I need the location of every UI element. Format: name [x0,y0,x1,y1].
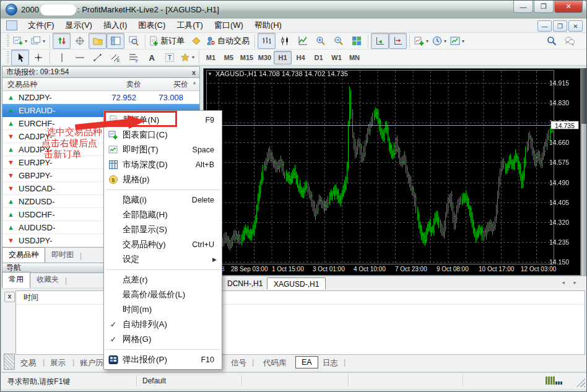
panel-button[interactable] [107,33,124,49]
timeframe-M30[interactable]: M30 [256,51,274,64]
pointer-button[interactable] [187,33,205,49]
doc-plus-button[interactable]: 新订单 [148,33,187,49]
dropdown-arrow-icon[interactable]: ▾ [462,38,464,44]
menu-窗口[interactable]: 窗口(W) [209,18,249,33]
mdi-minimize-button[interactable]: — [537,20,552,32]
shapes-button[interactable]: ▾ [178,50,196,66]
autotrade-button[interactable]: 自动交易 [205,33,252,49]
hline-button[interactable] [71,50,89,66]
market-watch-row-NZDJPY[interactable]: ▲NZDJPY-72.95273.008 [2,91,199,104]
menu-工具[interactable]: 工具(T) [171,18,209,33]
folder-star-button[interactable] [89,33,107,49]
market-watch-tab-交易品种[interactable]: 交易品种 [2,247,45,263]
close-icon[interactable]: x [192,69,196,76]
context-menu-item-市场深度[interactable]: 市场深度(D)Alt+B [104,157,222,172]
mdi-close-button[interactable]: ✕ [568,20,583,32]
chat-button[interactable] [560,33,578,49]
bars-button[interactable] [258,33,276,49]
column-ask[interactable]: 买价 [141,79,188,90]
menu-帮助[interactable]: 帮助(H) [249,18,287,33]
terminal-tab-信号[interactable]: 信号 [231,358,246,368]
cursor-button[interactable] [11,50,29,66]
context-menu-item-网格[interactable]: ✓网格(G) [104,332,222,347]
price-chart-canvas[interactable] [206,70,554,264]
close-button[interactable]: ✕ [554,1,583,13]
context-menu-item-点差[interactable]: 点差(r) [104,272,222,287]
template-button[interactable]: ▾ [448,33,466,49]
status-profile[interactable]: Default [142,377,166,385]
market-watch-tab-即时图[interactable]: 即时图 [45,248,80,263]
restore-button[interactable]: ❐ [534,1,554,13]
ind-plus-button[interactable]: ▾ [412,33,430,49]
autoscroll-button[interactable] [371,33,389,49]
timeframe-M15[interactable]: M15 [238,51,256,64]
zoom-out-button[interactable] [329,33,347,49]
target-button[interactable] [71,33,89,49]
terminal-grip-icon[interactable] [4,354,15,370]
zoom-in-button[interactable] [311,33,329,49]
search-button[interactable] [542,33,560,49]
terminal-tab-EA[interactable]: EA [295,356,318,368]
timeframe-MN[interactable]: MN [346,51,363,64]
menu-显示[interactable]: 显示(V) [60,18,98,33]
context-menu-item-规格[interactable]: $规格(p) [104,172,222,187]
tiles-button[interactable] [347,33,365,49]
tab-scroll-arrows-icon[interactable]: ◂ ▸ [562,279,580,285]
chart-scrollbar[interactable] [581,68,587,276]
textA-button[interactable]: A [142,50,160,66]
line-button[interactable] [294,33,311,49]
crosshair-button[interactable] [29,50,47,66]
context-menu-item-设定[interactable]: 设定▶ [104,252,222,267]
context-menu-item-弹出报价[interactable]: 弹出报价(P)F10 [104,352,222,367]
minimize-button[interactable]: — [513,1,533,13]
timeframe-H1[interactable]: H1 [274,51,292,64]
context-menu-item-即时图[interactable]: 即时图(T)Space [104,142,222,157]
chart-plus-button[interactable]: ▾ [11,33,29,49]
chart-window[interactable]: ▼ XAGUSD-,H1 14.708 14.738 14.702 14.735… [203,68,581,276]
timeframe-W1[interactable]: W1 [328,51,346,64]
terminal-tab-展示[interactable]: 展示 [50,358,66,368]
timeframe-M1[interactable]: M1 [202,51,220,64]
terminal-tab-代码库[interactable]: 代码库 [263,358,287,368]
context-menu-item-隐藏[interactable]: 隐藏(i)Delete [104,193,222,207]
context-menu-item-全部显示[interactable]: 全部显示(S) [104,222,222,237]
context-menu-item-自动排列[interactable]: ✓自动排列(A) [104,317,222,332]
menu-图表[interactable]: 图表(C) [133,18,171,33]
column-symbol[interactable]: 交易品种 [2,79,87,90]
menu-插入[interactable]: 插入(I) [98,18,133,33]
scrollbar-thumb[interactable] [581,68,587,124]
chevron-down-icon[interactable]: ▼ [207,71,212,77]
terminal-tab-日志[interactable]: 日志 [323,358,338,368]
timeframe-M5[interactable]: M5 [220,51,238,64]
mdi-restore-button[interactable]: ❐ [553,20,567,32]
dropdown-arrow-icon[interactable]: ▾ [426,38,428,44]
timeframe-H4[interactable]: H4 [292,51,310,64]
terminal-tab-交易[interactable]: 交易 [20,358,36,368]
menu-文件[interactable]: 文件(F) [22,18,60,33]
vline-button[interactable] [53,50,71,66]
navigator-tab-收藏夹[interactable]: 收藏夹 [30,272,65,287]
dropdown-arrow-icon[interactable]: ▾ [192,54,194,60]
context-menu-item-全部隐藏[interactable]: 全部隐藏(H) [104,207,222,222]
context-menu-item-最高价/最低价[interactable]: 最高价/最低价(L) [104,287,222,302]
trend-button[interactable] [89,50,107,66]
scroll-up-icon[interactable]: ▲ [192,80,197,85]
labelT-button[interactable]: T [160,50,178,66]
updown-button[interactable] [53,33,71,49]
timeframe-D1[interactable]: D1 [310,51,328,64]
channel-button[interactable]: E [107,50,124,66]
column-time[interactable]: 时间 [24,292,38,303]
fibo-button[interactable]: F [124,50,142,66]
loupe-window-button[interactable] [124,33,142,49]
dropdown-arrow-icon[interactable]: ▾ [43,38,45,44]
column-bid[interactable]: 卖价 [87,79,141,90]
profiles-button[interactable]: ▾ [29,33,47,49]
navigator-tab-常用[interactable]: 常用 [2,272,30,288]
dropdown-arrow-icon[interactable]: ▾ [444,38,446,44]
chart-tab-DCNH-,H1[interactable]: DCNH-,H1 [221,277,269,290]
clock-button[interactable]: ▾ [430,33,448,49]
context-menu-item-时间[interactable]: 时间(m) [104,302,222,317]
shift-button[interactable] [389,33,407,49]
terminal-close-icon[interactable]: x [4,292,15,302]
dropdown-arrow-icon[interactable]: ▾ [25,38,27,44]
